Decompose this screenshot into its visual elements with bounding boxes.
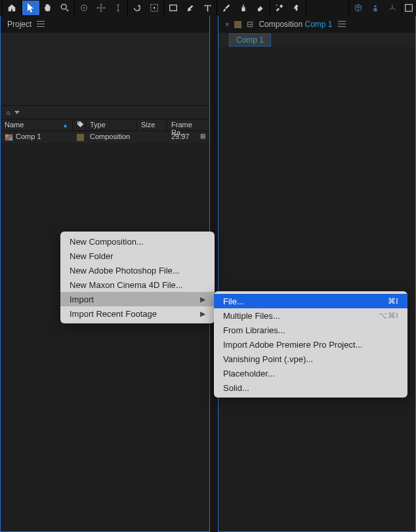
column-type[interactable]: Type: [86, 119, 137, 131]
3d-person-icon[interactable]: [367, 1, 384, 15]
roto-brush-tool-icon[interactable]: [271, 1, 288, 15]
composition-panel: × ⊟ Composition Comp 1 Comp 1: [218, 16, 416, 532]
flowchart-icon[interactable]: ⊞: [200, 133, 205, 142]
svg-point-3: [83, 7, 85, 9]
asset-size: [137, 131, 167, 143]
composition-tab[interactable]: Comp 1: [229, 33, 271, 47]
asset-name: Comp 1: [16, 133, 41, 140]
submenu-file[interactable]: File...⌘I: [214, 294, 407, 308]
puppet-pin-tool-icon[interactable]: [288, 1, 305, 15]
snapping-icon[interactable]: [403, 1, 415, 15]
menu-import[interactable]: Import▶: [60, 292, 215, 306]
submenu-placeholder[interactable]: Placeholder...: [214, 366, 407, 380]
svg-rect-7: [241, 8, 245, 11]
sort-ascending-icon: ▲: [62, 122, 68, 129]
shortcut-text: ⌥⌘I: [379, 311, 398, 321]
composition-breadcrumb-row: Comp 1: [218, 33, 415, 47]
composition-icon: [5, 134, 13, 141]
home-icon[interactable]: [3, 1, 20, 15]
submenu-from-libraries[interactable]: From Libraries...: [214, 323, 407, 337]
clone-stamp-tool-icon[interactable]: [235, 1, 252, 15]
column-tag[interactable]: [73, 119, 86, 131]
lock-open-icon[interactable]: ⊟: [247, 20, 253, 29]
asset-type: Composition: [86, 131, 137, 143]
panel-menu-icon[interactable]: [37, 21, 45, 28]
composition-panel-header: × ⊟ Composition Comp 1: [218, 16, 415, 33]
svg-rect-6: [170, 5, 177, 11]
column-name[interactable]: Name▲: [1, 119, 73, 131]
3d-axis-icon[interactable]: [384, 1, 401, 15]
svg-point-5: [154, 7, 156, 9]
composition-viewer[interactable]: [218, 47, 415, 531]
panel-menu-icon[interactable]: [338, 21, 346, 28]
submenu-arrow-icon: ▶: [200, 310, 205, 318]
submenu-multiple-files[interactable]: Multiple Files...⌥⌘I: [214, 308, 407, 323]
menu-new-photoshop-file[interactable]: New Adobe Photoshop File...: [60, 263, 215, 277]
dolly-tool-icon[interactable]: [110, 1, 127, 15]
asset-framerate: 29.97: [171, 133, 190, 142]
project-panel-title: Project: [7, 20, 31, 29]
project-search-input[interactable]: [24, 108, 204, 116]
svg-point-8: [276, 5, 278, 6]
3d-cube-icon[interactable]: [350, 1, 367, 15]
search-dropdown-icon[interactable]: [14, 111, 20, 114]
asset-table-header: Name▲ Type Size Frame Ra...: [1, 119, 209, 131]
label-color-chip: [77, 134, 84, 141]
zoom-tool-icon[interactable]: [56, 1, 73, 15]
submenu-vanishing-point[interactable]: Vanishing Point (.vpe)...: [214, 352, 407, 366]
submenu-import-premiere[interactable]: Import Adobe Premiere Pro Project...: [214, 337, 407, 352]
import-submenu: File...⌘I Multiple Files...⌥⌘I From Libr…: [214, 291, 407, 398]
project-search-row: ⌕: [1, 105, 209, 119]
orbit-tool-icon[interactable]: [75, 1, 93, 15]
project-context-menu: New Composition... New Folder New Adobe …: [60, 232, 215, 323]
project-thumbnail-area: [1, 33, 209, 105]
project-asset-table: Name▲ Type Size Frame Ra... Comp 1 Compo…: [1, 119, 209, 143]
close-panel-icon[interactable]: ×: [225, 20, 229, 28]
svg-point-0: [61, 4, 66, 9]
svg-line-1: [66, 9, 69, 12]
shortcut-text: ⌘I: [388, 297, 398, 306]
composition-active-name[interactable]: Comp 1: [304, 20, 332, 29]
column-framerate[interactable]: Frame Ra...: [167, 119, 209, 131]
hand-tool-icon[interactable]: [39, 1, 56, 15]
main-toolbar: [0, 0, 416, 16]
submenu-arrow-icon: ▶: [200, 295, 205, 304]
svg-point-9: [374, 5, 377, 8]
svg-point-11: [78, 122, 79, 123]
search-icon: ⌕: [6, 108, 10, 116]
composition-label: Composition: [259, 20, 302, 29]
selection-tool-icon[interactable]: [22, 1, 39, 15]
svg-rect-10: [406, 5, 413, 12]
column-size[interactable]: Size: [137, 119, 167, 131]
submenu-solid[interactable]: Solid...: [214, 380, 407, 395]
pen-tool-icon[interactable]: [182, 1, 199, 15]
menu-new-folder[interactable]: New Folder: [60, 249, 215, 263]
anchor-point-tool-icon[interactable]: [146, 1, 163, 15]
eraser-tool-icon[interactable]: [252, 1, 269, 15]
menu-new-c4d-file[interactable]: New Maxon Cinema 4D File...: [60, 277, 215, 292]
label-color-chip: [234, 21, 241, 28]
brush-tool-icon[interactable]: [218, 1, 235, 15]
project-panel-header: Project: [1, 16, 209, 33]
asset-row[interactable]: Comp 1 Composition 29.97⊞: [1, 131, 209, 143]
menu-import-recent-footage[interactable]: Import Recent Footage▶: [60, 306, 215, 321]
pan-camera-tool-icon[interactable]: [93, 1, 110, 15]
rectangle-tool-icon[interactable]: [165, 1, 182, 15]
menu-new-composition[interactable]: New Composition...: [60, 234, 215, 249]
type-tool-icon[interactable]: [199, 1, 216, 15]
rotate-tool-icon[interactable]: [129, 1, 146, 15]
